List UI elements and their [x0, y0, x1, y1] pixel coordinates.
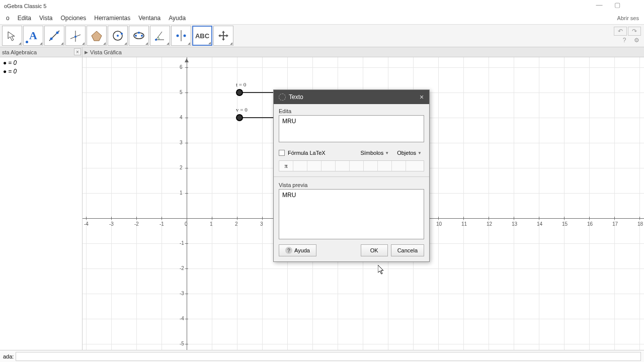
tool-polygon[interactable] — [87, 26, 107, 46]
slider-label: t = 0 — [236, 81, 246, 87]
x-tick-label: 12 — [487, 221, 492, 227]
tool-point[interactable]: A — [23, 26, 43, 46]
menu-edit[interactable]: Edita — [14, 14, 35, 23]
dialog-close-button[interactable]: × — [417, 93, 426, 102]
x-tick-label: -1 — [159, 221, 164, 227]
x-tick-label: 18 — [637, 221, 643, 227]
y-tick-label: 5 — [180, 89, 183, 95]
y-tick-label: -4 — [180, 316, 184, 321]
question-icon: ? — [285, 247, 292, 254]
svg-point-17 — [184, 35, 186, 37]
slider-label: v = 0 — [236, 107, 248, 113]
y-tick-label: -3 — [180, 291, 184, 296]
session-hint[interactable]: Abrir ses — [617, 15, 642, 21]
tool-reflect[interactable] — [171, 26, 191, 46]
algebra-panel: sta Algebraica × ● = 0 ● = 0 — [0, 47, 83, 350]
preview-box: MRU — [279, 189, 424, 239]
dialog-titlebar[interactable]: Texto × — [274, 90, 429, 104]
input-bar: ada: — [0, 350, 644, 362]
ok-button[interactable]: OK — [361, 244, 388, 256]
tool-move[interactable] — [2, 26, 22, 46]
svg-point-16 — [177, 35, 179, 37]
expand-icon[interactable]: ▶ — [85, 50, 88, 55]
minimize-icon[interactable]: — — [595, 1, 604, 8]
objects-dropdown[interactable]: Objetos▼ — [394, 148, 424, 157]
y-tick-label: 1 — [180, 190, 183, 196]
graphics-title: Vista Gráfica — [90, 49, 122, 55]
text-edit-input[interactable] — [279, 115, 424, 142]
algebra-close-button[interactable]: × — [74, 48, 81, 55]
menu-help[interactable]: Ayuda — [165, 14, 190, 23]
tool-perpendicular[interactable] — [65, 26, 86, 46]
graphics-header[interactable]: ▶ Vista Gráfica — [83, 47, 644, 57]
algebra-item[interactable]: ● = 0 — [3, 68, 79, 75]
svg-point-13 — [138, 32, 140, 34]
symbol-cell[interactable] — [350, 161, 364, 171]
x-tick-label: 15 — [562, 221, 568, 227]
symbol-palette: π — [279, 160, 424, 171]
menu-options[interactable]: Opciones — [57, 14, 91, 23]
symbol-cell[interactable] — [321, 161, 336, 171]
latex-checkbox[interactable] — [279, 150, 285, 156]
undo-button[interactable]: ↶ — [614, 27, 627, 36]
y-tick-label: 3 — [180, 140, 183, 145]
symbol-cell[interactable] — [406, 161, 420, 171]
tool-move-view[interactable] — [213, 26, 233, 46]
input-bar-field[interactable] — [16, 352, 641, 361]
menu-tools[interactable]: Herramientas — [90, 14, 134, 23]
settings-icon[interactable]: ⚙ — [632, 37, 641, 44]
svg-point-11 — [135, 35, 137, 37]
tool-angle[interactable] — [150, 26, 170, 46]
y-tick-label: 4 — [180, 115, 183, 120]
symbol-pi[interactable]: π — [279, 161, 293, 171]
svg-point-9 — [121, 33, 123, 35]
cancel-button[interactable]: Cancela — [391, 244, 424, 256]
x-tick-label: 16 — [587, 221, 593, 227]
tool-line[interactable] — [44, 26, 64, 46]
slider-handle[interactable] — [236, 114, 243, 121]
tool-conic[interactable] — [129, 26, 149, 46]
x-tick-label: 10 — [436, 221, 442, 227]
x-tick-label: 0 — [185, 221, 188, 227]
symbol-cell[interactable] — [392, 161, 406, 171]
help-button[interactable]: ?Ayuda — [279, 244, 316, 256]
svg-point-12 — [141, 35, 143, 37]
y-tick-label: -1 — [180, 240, 184, 246]
algebra-item[interactable]: ● = 0 — [3, 59, 79, 67]
svg-point-1 — [50, 38, 53, 40]
x-tick-label: 13 — [512, 221, 517, 227]
menu-window[interactable]: Ventana — [134, 14, 165, 23]
x-tick-label: 2 — [235, 221, 238, 227]
slider-handle[interactable] — [236, 89, 243, 96]
symbols-dropdown[interactable]: Símbolos▼ — [358, 148, 391, 157]
algebra-title: sta Algebraica — [2, 49, 37, 55]
x-tick-label: 1 — [210, 221, 213, 227]
tool-text[interactable]: ABC — [192, 26, 212, 46]
symbol-cell[interactable] — [293, 161, 307, 171]
symbol-cell[interactable] — [364, 161, 378, 171]
titlebar: oGebra Classic 5 — ▢ — [0, 0, 644, 12]
svg-marker-6 — [92, 31, 102, 41]
x-tick-label: 3 — [260, 221, 263, 227]
svg-point-2 — [56, 32, 59, 34]
menubar: o Edita Vista Opciones Herramientas Vent… — [0, 12, 644, 24]
tool-circle[interactable] — [108, 26, 128, 46]
x-tick-label: -2 — [134, 221, 139, 227]
help-icon[interactable]: ? — [620, 37, 629, 44]
maximize-icon[interactable]: ▢ — [613, 1, 622, 8]
svg-point-8 — [117, 35, 119, 37]
latex-label[interactable]: Fórmula LaTeX — [288, 150, 326, 156]
x-tick-label: -3 — [109, 221, 114, 227]
redo-button[interactable]: ↷ — [628, 27, 641, 36]
symbol-cell[interactable] — [336, 161, 350, 171]
y-tick-label: -2 — [180, 265, 184, 271]
symbol-cell[interactable] — [307, 161, 321, 171]
symbol-cell[interactable] — [378, 161, 392, 171]
input-bar-label: ada: — [3, 353, 14, 359]
menu-file[interactable]: o — [2, 14, 14, 23]
dialog-icon — [279, 94, 286, 101]
text-dialog: Texto × Edita Fórmula LaTeX Símbolos▼ Ob… — [273, 89, 430, 262]
menu-view[interactable]: Vista — [35, 14, 56, 23]
x-tick-label: 14 — [537, 221, 542, 227]
svg-point-5 — [74, 36, 76, 38]
